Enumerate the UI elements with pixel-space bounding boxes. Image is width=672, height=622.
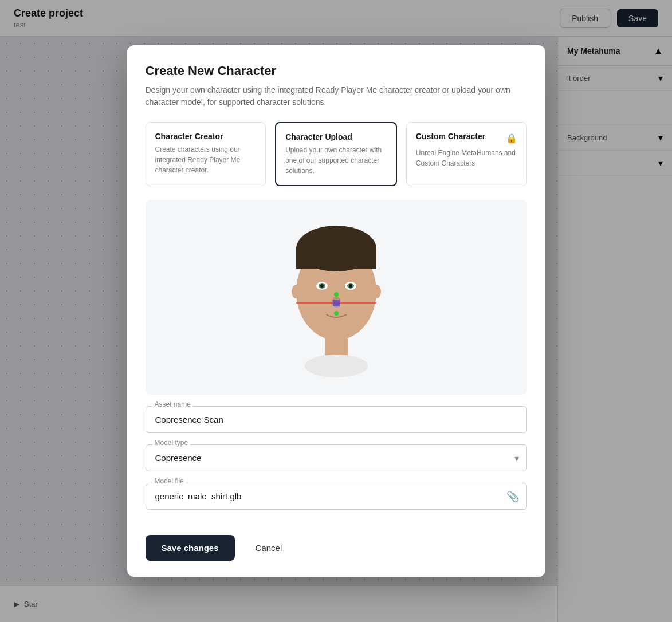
attachment-icon[interactable]: 📎	[506, 490, 519, 503]
model-file-group: Model file 📎	[146, 483, 527, 510]
custom-character-card-header: Custom Character 🔒	[416, 132, 517, 144]
character-creator-card[interactable]: Character Creator Create characters usin…	[146, 122, 266, 186]
svg-rect-18	[333, 300, 340, 306]
modal-footer: Save changes Cancel	[127, 521, 545, 577]
model-type-select[interactable]: Copresence ReadyPlayerMe Custom	[146, 444, 527, 471]
model-file-input[interactable]	[146, 483, 527, 510]
character-type-row: Character Creator Create characters usin…	[146, 122, 527, 186]
svg-point-16	[334, 311, 339, 316]
character-upload-card[interactable]: Character Upload Upload your own charact…	[275, 122, 397, 186]
asset-name-label: Asset name	[152, 400, 193, 408]
modal-description: Design your own character using the inte…	[146, 84, 527, 108]
model-file-wrapper: 📎	[146, 483, 527, 510]
custom-character-card-desc: Unreal Engine MetaHumans and Custom Char…	[416, 148, 517, 168]
character-upload-card-desc: Upload your own character with one of ou…	[285, 145, 387, 176]
cancel-button[interactable]: Cancel	[244, 535, 294, 561]
character-creator-card-title: Character Creator	[155, 132, 257, 141]
character-form: Asset name Model type Copresence ReadyPl…	[127, 395, 545, 510]
asset-name-group: Asset name	[146, 406, 527, 433]
model-file-label: Model file	[152, 477, 186, 485]
model-type-select-wrapper: Copresence ReadyPlayerMe Custom ▾	[146, 444, 527, 471]
save-changes-button[interactable]: Save changes	[146, 535, 235, 561]
modal-content: Create New Character Design your own cha…	[127, 45, 545, 395]
character-preview-area	[146, 200, 527, 395]
custom-character-card[interactable]: Custom Character 🔒 Unreal Engine MetaHum…	[406, 122, 527, 186]
character-upload-card-title: Character Upload	[285, 132, 387, 141]
character-creator-card-desc: Create characters using our integrated R…	[155, 144, 257, 175]
modal-title: Create New Character	[146, 64, 527, 78]
custom-character-card-title: Custom Character	[416, 132, 485, 141]
model-type-label: Model type	[152, 439, 191, 447]
model-type-group: Model type Copresence ReadyPlayerMe Cust…	[146, 444, 527, 471]
svg-point-17	[334, 292, 339, 297]
tracking-overlay	[279, 217, 394, 377]
lock-icon: 🔒	[506, 133, 517, 144]
asset-name-input[interactable]	[146, 406, 527, 433]
create-character-modal: Create New Character Design your own cha…	[127, 45, 545, 577]
